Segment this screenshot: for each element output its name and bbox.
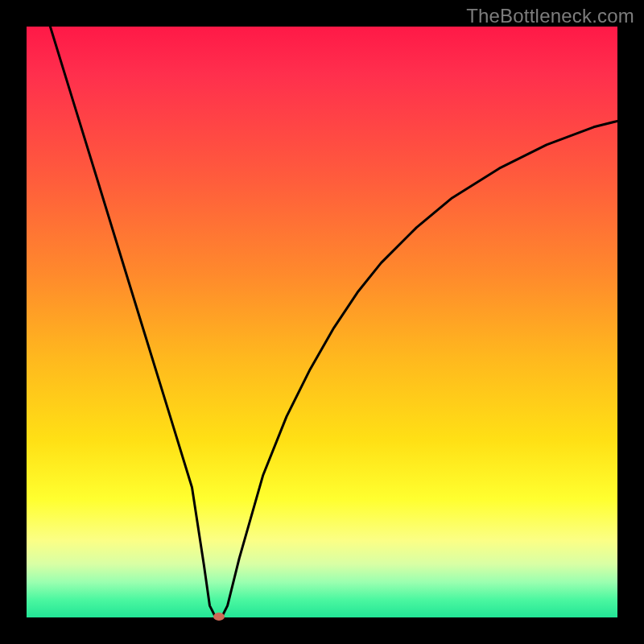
optimal-point-marker [213,613,225,621]
chart-frame: TheBottleneck.com [0,0,644,644]
watermark-text: TheBottleneck.com [466,5,634,27]
bottleneck-curve [27,27,617,617]
plot-area [27,27,617,617]
